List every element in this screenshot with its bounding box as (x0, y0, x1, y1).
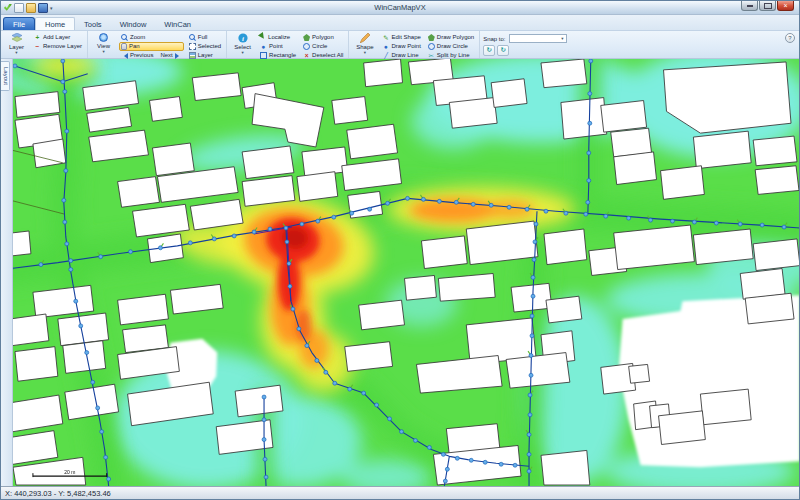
shape-big-button[interactable]: Shape ▾ (352, 32, 377, 61)
caret-down-icon: ▾ (561, 36, 563, 41)
draw-polygon-button[interactable]: Draw Polygon (426, 33, 476, 42)
open-folder-icon[interactable] (26, 3, 36, 13)
zoom-full-icon (189, 34, 196, 41)
select-big-button[interactable]: i Select ▾ (230, 32, 255, 61)
split-icon: ✂ (428, 52, 435, 59)
help-icon[interactable]: ? (785, 33, 795, 43)
save-icon[interactable] (38, 3, 48, 13)
layer-big-button[interactable]: Layer ▾ (4, 32, 29, 61)
snap-to-label: Snap to: (483, 36, 505, 42)
new-document-icon[interactable] (14, 3, 24, 13)
select-circle-button[interactable]: Circle (301, 42, 345, 51)
pencil-icon (360, 33, 370, 43)
left-panel-strip: Layout (1, 59, 13, 486)
tab-home[interactable]: Home (35, 17, 75, 30)
point-icon: ● (260, 43, 267, 50)
close-button[interactable]: × (777, 1, 794, 11)
layers-icon (12, 33, 22, 43)
zoom-selected-button[interactable]: Selected (187, 42, 223, 51)
localize-cursor-icon (258, 32, 268, 43)
ribbon-group-select: i Select ▾ Localize ● Point (227, 31, 349, 58)
svg-text:20 m: 20 m (64, 470, 75, 475)
info-icon: i (238, 33, 248, 43)
ribbon-group-navigate: View ▾ Zoom Pan Previous (88, 31, 227, 58)
pan-hand-icon (121, 43, 127, 50)
select-polygon-button[interactable]: Polygon (301, 33, 345, 42)
map-canvas[interactable]: 20 m (13, 59, 799, 486)
zoom-icon (121, 34, 128, 41)
select-localize-button[interactable]: Localize (258, 33, 298, 42)
quick-access-toolbar: ▾ (4, 3, 53, 13)
map-area: Layout 20 m (1, 59, 799, 486)
ribbon-tab-bar: File Home Tools Window WinCan (1, 15, 799, 31)
selection-box-icon (189, 43, 196, 50)
draw-line-icon: ╱ (382, 52, 389, 59)
window-title: WinCanMapVX (374, 3, 425, 12)
ribbon-group-snap: Snap to: ▾ ↻ ↻ (480, 31, 569, 58)
draw-circle-icon (428, 43, 435, 50)
remove-icon: − (34, 43, 41, 50)
quick-access-caret-icon[interactable]: ▾ (50, 4, 53, 12)
layer-small-icon (189, 52, 196, 59)
pan-button[interactable]: Pan (119, 42, 184, 51)
edit-shape-pencil-icon: ✎ (382, 34, 389, 41)
app-logo-icon (4, 4, 12, 12)
caret-down-icon: ▾ (15, 51, 17, 56)
draw-point-button[interactable]: ● Draw Point (380, 42, 422, 51)
zoom-button[interactable]: Zoom (119, 33, 184, 42)
view-big-button[interactable]: View ▾ (91, 32, 116, 61)
window-controls: × (741, 1, 794, 11)
select-point-button[interactable]: ● Point (258, 42, 298, 51)
snap-option-2-button[interactable]: ↻ (497, 45, 509, 56)
app-window: ▾ WinCanMapVX × File Home Tools Window W… (0, 0, 800, 500)
draw-circle-button[interactable]: Draw Circle (426, 42, 476, 51)
maximize-icon (764, 3, 772, 9)
caret-down-icon: ▾ (364, 51, 366, 56)
rectangle-icon (260, 52, 267, 59)
status-bar: X: 440,293.03 - Y: 5,482,453.46 (1, 486, 799, 499)
next-icon (175, 53, 182, 59)
minimize-icon (747, 5, 753, 7)
caret-down-icon: ▾ (241, 51, 243, 56)
draw-polygon-icon (428, 34, 435, 41)
caret-down-icon: ▾ (102, 50, 104, 55)
remove-layer-button[interactable]: − Remove Layer (32, 42, 84, 51)
tab-window[interactable]: Window (111, 18, 156, 30)
ribbon-group-edit: Shape ▾ ✎ Edit Shape ● Draw Point ╱ Draw… (349, 31, 480, 58)
circle-icon (303, 43, 310, 50)
layout-panel-tab[interactable]: Layout (1, 61, 10, 91)
maximize-button[interactable] (759, 1, 776, 11)
tab-tools[interactable]: Tools (75, 18, 111, 30)
snap-option-1-button[interactable]: ↻ (483, 45, 495, 56)
previous-icon (121, 53, 128, 59)
title-bar: ▾ WinCanMapVX × (1, 1, 799, 15)
minimize-button[interactable] (741, 1, 758, 11)
zoom-full-button[interactable]: Full (187, 33, 223, 42)
svg-text:i: i (242, 35, 244, 43)
ribbon-group-layer: Layer ▾ + Add Layer − Remove Layer Layer (1, 31, 88, 58)
draw-point-icon: ● (382, 43, 389, 50)
tab-file[interactable]: File (3, 17, 35, 30)
add-icon: + (34, 34, 41, 41)
tab-wincan[interactable]: WinCan (155, 18, 200, 30)
coordinate-readout: X: 440,293.03 - Y: 5,482,453.46 (5, 489, 111, 498)
globe-icon (99, 33, 108, 42)
deselect-icon: × (303, 52, 310, 59)
edit-shape-button[interactable]: ✎ Edit Shape (380, 33, 422, 42)
polygon-icon (303, 34, 310, 41)
snap-to-select[interactable]: ▾ (509, 34, 567, 43)
ribbon: Layer ▾ + Add Layer − Remove Layer Layer (1, 31, 799, 59)
add-layer-button[interactable]: + Add Layer (32, 33, 84, 42)
